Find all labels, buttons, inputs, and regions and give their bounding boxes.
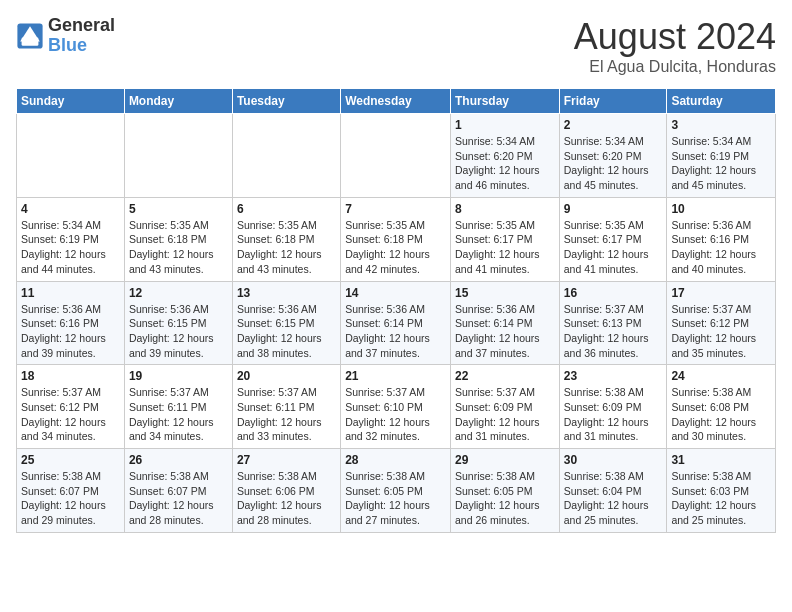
calendar-cell: 17Sunrise: 5:37 AM Sunset: 6:12 PM Dayli… — [667, 281, 776, 365]
day-number: 27 — [237, 453, 336, 467]
month-title: August 2024 — [574, 16, 776, 58]
day-info: Sunrise: 5:38 AM Sunset: 6:04 PM Dayligh… — [564, 469, 663, 528]
calendar-cell: 3Sunrise: 5:34 AM Sunset: 6:19 PM Daylig… — [667, 114, 776, 198]
logo-text: GeneralBlue — [48, 16, 115, 56]
day-number: 20 — [237, 369, 336, 383]
week-row-1: 1Sunrise: 5:34 AM Sunset: 6:20 PM Daylig… — [17, 114, 776, 198]
day-number: 23 — [564, 369, 663, 383]
day-info: Sunrise: 5:37 AM Sunset: 6:12 PM Dayligh… — [21, 385, 120, 444]
calendar-cell — [341, 114, 451, 198]
calendar-cell: 7Sunrise: 5:35 AM Sunset: 6:18 PM Daylig… — [341, 197, 451, 281]
weekday-tuesday: Tuesday — [232, 89, 340, 114]
calendar-body: 1Sunrise: 5:34 AM Sunset: 6:20 PM Daylig… — [17, 114, 776, 533]
day-number: 29 — [455, 453, 555, 467]
calendar-cell: 29Sunrise: 5:38 AM Sunset: 6:05 PM Dayli… — [450, 449, 559, 533]
calendar-cell: 11Sunrise: 5:36 AM Sunset: 6:16 PM Dayli… — [17, 281, 125, 365]
logo: GeneralBlue — [16, 16, 115, 56]
day-number: 15 — [455, 286, 555, 300]
location: El Agua Dulcita, Honduras — [574, 58, 776, 76]
calendar-cell: 21Sunrise: 5:37 AM Sunset: 6:10 PM Dayli… — [341, 365, 451, 449]
day-number: 17 — [671, 286, 771, 300]
weekday-sunday: Sunday — [17, 89, 125, 114]
day-number: 30 — [564, 453, 663, 467]
day-info: Sunrise: 5:37 AM Sunset: 6:09 PM Dayligh… — [455, 385, 555, 444]
calendar-cell: 28Sunrise: 5:38 AM Sunset: 6:05 PM Dayli… — [341, 449, 451, 533]
day-info: Sunrise: 5:38 AM Sunset: 6:06 PM Dayligh… — [237, 469, 336, 528]
day-info: Sunrise: 5:38 AM Sunset: 6:08 PM Dayligh… — [671, 385, 771, 444]
day-number: 1 — [455, 118, 555, 132]
day-number: 21 — [345, 369, 446, 383]
day-info: Sunrise: 5:34 AM Sunset: 6:20 PM Dayligh… — [564, 134, 663, 193]
calendar-cell: 31Sunrise: 5:38 AM Sunset: 6:03 PM Dayli… — [667, 449, 776, 533]
day-info: Sunrise: 5:38 AM Sunset: 6:07 PM Dayligh… — [129, 469, 228, 528]
day-info: Sunrise: 5:34 AM Sunset: 6:19 PM Dayligh… — [21, 218, 120, 277]
day-number: 26 — [129, 453, 228, 467]
day-number: 10 — [671, 202, 771, 216]
weekday-monday: Monday — [124, 89, 232, 114]
day-info: Sunrise: 5:35 AM Sunset: 6:18 PM Dayligh… — [129, 218, 228, 277]
calendar-cell: 23Sunrise: 5:38 AM Sunset: 6:09 PM Dayli… — [559, 365, 667, 449]
calendar-cell: 12Sunrise: 5:36 AM Sunset: 6:15 PM Dayli… — [124, 281, 232, 365]
day-number: 14 — [345, 286, 446, 300]
calendar-cell: 14Sunrise: 5:36 AM Sunset: 6:14 PM Dayli… — [341, 281, 451, 365]
day-info: Sunrise: 5:38 AM Sunset: 6:07 PM Dayligh… — [21, 469, 120, 528]
day-info: Sunrise: 5:35 AM Sunset: 6:18 PM Dayligh… — [237, 218, 336, 277]
calendar-cell: 22Sunrise: 5:37 AM Sunset: 6:09 PM Dayli… — [450, 365, 559, 449]
weekday-saturday: Saturday — [667, 89, 776, 114]
day-info: Sunrise: 5:38 AM Sunset: 6:03 PM Dayligh… — [671, 469, 771, 528]
calendar-cell: 16Sunrise: 5:37 AM Sunset: 6:13 PM Dayli… — [559, 281, 667, 365]
calendar-cell: 2Sunrise: 5:34 AM Sunset: 6:20 PM Daylig… — [559, 114, 667, 198]
day-info: Sunrise: 5:36 AM Sunset: 6:16 PM Dayligh… — [671, 218, 771, 277]
day-info: Sunrise: 5:37 AM Sunset: 6:12 PM Dayligh… — [671, 302, 771, 361]
day-number: 13 — [237, 286, 336, 300]
calendar-cell: 8Sunrise: 5:35 AM Sunset: 6:17 PM Daylig… — [450, 197, 559, 281]
day-number: 11 — [21, 286, 120, 300]
day-info: Sunrise: 5:38 AM Sunset: 6:05 PM Dayligh… — [345, 469, 446, 528]
calendar-cell: 20Sunrise: 5:37 AM Sunset: 6:11 PM Dayli… — [232, 365, 340, 449]
title-block: August 2024 El Agua Dulcita, Honduras — [574, 16, 776, 76]
week-row-2: 4Sunrise: 5:34 AM Sunset: 6:19 PM Daylig… — [17, 197, 776, 281]
day-number: 12 — [129, 286, 228, 300]
day-number: 24 — [671, 369, 771, 383]
calendar-cell: 15Sunrise: 5:36 AM Sunset: 6:14 PM Dayli… — [450, 281, 559, 365]
week-row-4: 18Sunrise: 5:37 AM Sunset: 6:12 PM Dayli… — [17, 365, 776, 449]
day-info: Sunrise: 5:37 AM Sunset: 6:11 PM Dayligh… — [237, 385, 336, 444]
day-info: Sunrise: 5:35 AM Sunset: 6:17 PM Dayligh… — [564, 218, 663, 277]
day-number: 8 — [455, 202, 555, 216]
calendar-cell — [232, 114, 340, 198]
calendar-cell: 1Sunrise: 5:34 AM Sunset: 6:20 PM Daylig… — [450, 114, 559, 198]
day-info: Sunrise: 5:36 AM Sunset: 6:14 PM Dayligh… — [345, 302, 446, 361]
day-number: 4 — [21, 202, 120, 216]
calendar-cell: 6Sunrise: 5:35 AM Sunset: 6:18 PM Daylig… — [232, 197, 340, 281]
day-number: 18 — [21, 369, 120, 383]
day-number: 3 — [671, 118, 771, 132]
day-number: 25 — [21, 453, 120, 467]
calendar-cell: 26Sunrise: 5:38 AM Sunset: 6:07 PM Dayli… — [124, 449, 232, 533]
day-info: Sunrise: 5:37 AM Sunset: 6:13 PM Dayligh… — [564, 302, 663, 361]
calendar-cell: 4Sunrise: 5:34 AM Sunset: 6:19 PM Daylig… — [17, 197, 125, 281]
calendar-header: SundayMondayTuesdayWednesdayThursdayFrid… — [17, 89, 776, 114]
day-info: Sunrise: 5:36 AM Sunset: 6:14 PM Dayligh… — [455, 302, 555, 361]
day-number: 2 — [564, 118, 663, 132]
day-number: 28 — [345, 453, 446, 467]
calendar-cell: 24Sunrise: 5:38 AM Sunset: 6:08 PM Dayli… — [667, 365, 776, 449]
calendar-cell: 30Sunrise: 5:38 AM Sunset: 6:04 PM Dayli… — [559, 449, 667, 533]
calendar-table: SundayMondayTuesdayWednesdayThursdayFrid… — [16, 88, 776, 533]
weekday-wednesday: Wednesday — [341, 89, 451, 114]
day-info: Sunrise: 5:38 AM Sunset: 6:05 PM Dayligh… — [455, 469, 555, 528]
day-number: 5 — [129, 202, 228, 216]
day-info: Sunrise: 5:35 AM Sunset: 6:17 PM Dayligh… — [455, 218, 555, 277]
day-number: 9 — [564, 202, 663, 216]
calendar-cell: 27Sunrise: 5:38 AM Sunset: 6:06 PM Dayli… — [232, 449, 340, 533]
day-number: 19 — [129, 369, 228, 383]
day-info: Sunrise: 5:36 AM Sunset: 6:15 PM Dayligh… — [237, 302, 336, 361]
day-number: 22 — [455, 369, 555, 383]
calendar-cell: 19Sunrise: 5:37 AM Sunset: 6:11 PM Dayli… — [124, 365, 232, 449]
svg-rect-2 — [22, 37, 39, 45]
calendar-cell: 10Sunrise: 5:36 AM Sunset: 6:16 PM Dayli… — [667, 197, 776, 281]
day-info: Sunrise: 5:34 AM Sunset: 6:20 PM Dayligh… — [455, 134, 555, 193]
day-number: 6 — [237, 202, 336, 216]
page-header: GeneralBlue August 2024 El Agua Dulcita,… — [16, 16, 776, 76]
day-info: Sunrise: 5:35 AM Sunset: 6:18 PM Dayligh… — [345, 218, 446, 277]
day-info: Sunrise: 5:37 AM Sunset: 6:10 PM Dayligh… — [345, 385, 446, 444]
